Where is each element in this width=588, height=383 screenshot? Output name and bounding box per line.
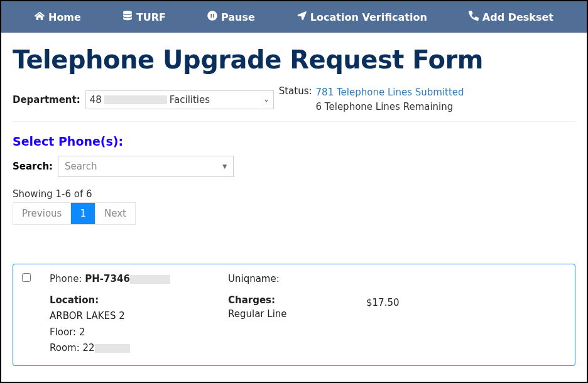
department-select[interactable]: 48 Facilities ⌄ [85,90,274,109]
department-label: Department: [13,94,80,105]
home-icon [35,11,45,23]
pause-icon [207,11,217,23]
charge-amount: $17.50 [366,297,442,308]
nav-locver-label: Location Verification [310,11,427,23]
department-value-suffix: Facilities [170,94,210,105]
database-icon [122,11,133,23]
nav-add-deskset[interactable]: Add Deskset [469,11,553,23]
phone-select-checkbox[interactable] [22,273,31,282]
phone-icon [469,11,479,23]
location-name: ARBOR LAKES 2 [50,308,213,325]
department-status-row: Department: 48 Facilities ⌄ Status: 781 … [13,85,575,122]
nav-add-deskset-label: Add Deskset [482,11,553,23]
nav-turf-label: TURF [136,11,166,23]
redacted-block [104,95,167,104]
location-label: Location: [50,294,213,306]
uniqname-label: Uniqname: [228,273,366,284]
department-value-prefix: 48 [90,94,102,105]
redacted-block [130,275,170,284]
pager: Previous 1 Next [13,202,136,225]
page-title: Telephone Upgrade Request Form [13,45,575,74]
status-submitted-link[interactable]: 781 Telephone Lines Submitted [316,85,464,100]
location-room: Room: 22 [50,342,95,353]
search-placeholder: Search [65,161,97,172]
chevron-down-icon: ⌄ [263,95,269,104]
search-input[interactable]: Search ▼ [58,156,234,177]
status-remaining: 6 Telephone Lines Remaining [316,100,464,114]
pager-next[interactable]: Next [95,203,135,224]
charges-label: Charges: [228,294,366,306]
nav-location-verification[interactable]: Location Verification [297,11,427,23]
dropdown-caret-icon: ▼ [222,163,227,170]
location-arrow-icon [297,11,307,23]
charge-name: Regular Line [228,308,366,320]
nav-pause-label: Pause [221,11,255,23]
redacted-block [95,344,130,353]
nav-pause[interactable]: Pause [207,11,255,23]
pager-page-1[interactable]: 1 [71,203,95,224]
nav-turf[interactable]: TURF [122,11,166,23]
nav-home-label: Home [48,11,81,23]
pager-prev[interactable]: Previous [13,203,71,224]
nav-home[interactable]: Home [35,11,81,23]
phone-label: Phone: [50,273,85,284]
topbar: Home TURF Pause Location Verification Ad… [1,1,587,33]
status-label: Status: [279,85,312,97]
select-phones-heading: Select Phone(s): [13,134,575,148]
phone-card: Phone: PH-7346 Location: ARBOR LAKES 2 F… [13,264,575,366]
location-floor: Floor: 2 [50,325,213,341]
showing-count: Showing 1-6 of 6 [13,188,575,200]
search-label: Search: [13,161,53,172]
phone-value: PH-7346 [85,273,130,284]
